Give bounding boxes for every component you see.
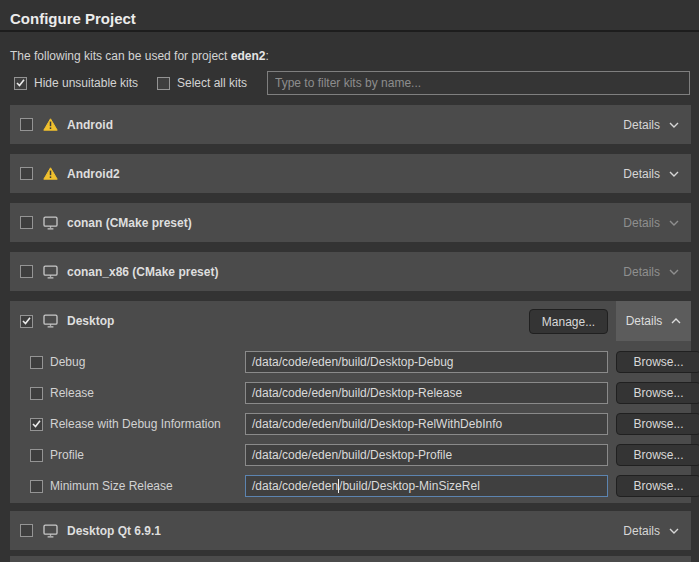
build-config-row-profile: Profile/data/code/eden/build/Desktop-Pro… <box>20 444 691 466</box>
details-label: Details <box>623 524 660 538</box>
chevron-down-icon <box>669 220 679 226</box>
kit-row-android2: Android2Details <box>10 154 691 193</box>
chevron-down-icon <box>669 171 679 177</box>
kit-row-conan-cmake-preset: conan (CMake preset)Details <box>10 203 691 242</box>
kits-intro-prefix: The following kits can be used for proje… <box>10 49 231 63</box>
kit-name: Desktop Qt 6.9.1 <box>67 524 161 538</box>
browse-button-profile[interactable]: Browse... <box>616 444 699 466</box>
browse-button-minimum-size-release[interactable]: Browse... <box>616 475 699 497</box>
kit-name: Android2 <box>67 167 120 181</box>
details-button-desktop[interactable]: Details <box>616 301 691 341</box>
check-mark-icon <box>16 79 25 87</box>
kit-row-android: AndroidDetails <box>10 105 691 144</box>
details-label: Details <box>623 167 660 181</box>
build-dir-input-profile[interactable]: /data/code/eden/build/Desktop-Profile <box>245 444 608 466</box>
desktop-icon <box>42 265 58 279</box>
hide-unsuitable-kits-group: Hide unsuitable kits <box>14 71 138 95</box>
check-mark-icon <box>22 317 31 325</box>
kit-row-desktop: DesktopManage...Details <box>10 301 691 341</box>
kit-checkbox-conan-cmake-preset[interactable] <box>20 216 33 229</box>
select-all-kits-label: Select all kits <box>177 76 247 90</box>
build-config-checkbox-debug[interactable] <box>30 356 43 369</box>
title-separator <box>0 30 699 32</box>
path-text-after-caret: /build/Desktop-MinSizeRel <box>339 479 480 493</box>
chevron-down-icon <box>669 269 679 275</box>
kit-checkbox-desktop[interactable] <box>20 315 33 328</box>
details-button-android[interactable]: Details <box>623 118 679 132</box>
kit-name: Desktop <box>67 314 114 328</box>
build-config-row-release: Release/data/code/eden/build/Desktop-Rel… <box>20 382 691 404</box>
build-config-row-debug: Debug/data/code/eden/build/Desktop-Debug… <box>20 351 691 373</box>
page-title: Configure Project <box>10 10 136 27</box>
chevron-down-icon <box>669 122 679 128</box>
build-config-label: Release with Debug Information <box>50 417 221 431</box>
build-config-label: Profile <box>50 448 84 462</box>
build-config-label: Debug <box>50 355 85 369</box>
details-label: Details <box>626 314 663 328</box>
kit-panel-desktop: DesktopManage...DetailsDebug/data/code/e… <box>10 301 691 503</box>
kit-row-desktop-qt-6-9-1: Desktop Qt 6.9.1Details <box>10 511 691 550</box>
kit-row-partial <box>10 556 691 562</box>
kit-checkbox-android[interactable] <box>20 118 33 131</box>
kit-filter-input[interactable] <box>267 71 690 95</box>
build-config-left: Release with Debug Information <box>30 413 221 435</box>
details-button-android2[interactable]: Details <box>623 167 679 181</box>
build-dir-input-release-with-debug-information[interactable]: /data/code/eden/build/Desktop-RelWithDeb… <box>245 413 608 435</box>
build-dir-input-minimum-size-release[interactable]: /data/code/eden/build/Desktop-MinSizeRel <box>245 475 608 497</box>
path-text-before-caret: /data/code/eden <box>252 479 338 493</box>
build-config-left: Minimum Size Release <box>30 475 173 497</box>
desktop-icon <box>42 524 58 538</box>
configure-project-page: { "page": { "title": "Configure Project"… <box>0 0 699 562</box>
build-config-checkbox-profile[interactable] <box>30 449 43 462</box>
details-label: Details <box>623 118 660 132</box>
browse-button-debug[interactable]: Browse... <box>616 351 699 373</box>
build-config-left: Profile <box>30 444 84 466</box>
path-text: /data/code/eden/build/Desktop-Debug <box>252 355 453 369</box>
browse-button-release-with-debug-information[interactable]: Browse... <box>616 413 699 435</box>
kit-row-conan-x86-cmake-preset: conan_x86 (CMake preset)Details <box>10 252 691 291</box>
select-all-kits-group: Select all kits <box>157 71 247 95</box>
details-label: Details <box>623 265 660 279</box>
details-label: Details <box>623 216 660 230</box>
project-name: eden2 <box>231 49 266 63</box>
build-config-checkbox-release-with-debug-information[interactable] <box>30 418 43 431</box>
manage-button[interactable]: Manage... <box>529 309 608 334</box>
build-config-row-release-with-debug-information: Release with Debug Information/data/code… <box>20 413 691 435</box>
desktop-icon <box>42 216 58 230</box>
kit-name: conan (CMake preset) <box>67 216 192 230</box>
warning-icon <box>42 118 58 131</box>
browse-button-release[interactable]: Browse... <box>616 382 699 404</box>
details-button-conan-cmake-preset[interactable]: Details <box>623 216 679 230</box>
details-button-desktop-qt-6-9-1[interactable]: Details <box>623 524 679 538</box>
build-config-checkbox-minimum-size-release[interactable] <box>30 480 43 493</box>
kits-intro-suffix: : <box>265 49 268 63</box>
kit-checkbox-conan-x86-cmake-preset[interactable] <box>20 265 33 278</box>
chevron-down-icon <box>669 528 679 534</box>
build-config-left: Release <box>30 382 94 404</box>
build-config-row-minimum-size-release: Minimum Size Release/data/code/eden/buil… <box>20 475 691 497</box>
kits-intro-text: The following kits can be used for proje… <box>10 49 269 63</box>
desktop-icon <box>42 314 58 328</box>
path-text: /data/code/eden/build/Desktop-Release <box>252 386 462 400</box>
kit-checkbox-desktop-qt-6-9-1[interactable] <box>20 524 33 537</box>
build-config-label: Release <box>50 386 94 400</box>
path-text: /data/code/eden/build/Desktop-RelWithDeb… <box>252 417 502 431</box>
build-config-left: Debug <box>30 351 85 373</box>
kit-name: Android <box>67 118 113 132</box>
build-config-checkbox-release[interactable] <box>30 387 43 400</box>
check-mark-icon <box>32 420 41 428</box>
build-dir-input-release[interactable]: /data/code/eden/build/Desktop-Release <box>245 382 608 404</box>
hide-unsuitable-kits-label: Hide unsuitable kits <box>34 76 138 90</box>
build-dir-input-debug[interactable]: /data/code/eden/build/Desktop-Debug <box>245 351 608 373</box>
kit-list: AndroidDetailsAndroid2Detailsconan (CMak… <box>10 105 691 562</box>
select-all-kits-checkbox[interactable] <box>157 77 170 90</box>
details-button-conan-x86-cmake-preset[interactable]: Details <box>623 265 679 279</box>
kit-name: conan_x86 (CMake preset) <box>67 265 218 279</box>
kit-checkbox-android2[interactable] <box>20 167 33 180</box>
chevron-up-icon <box>671 318 681 324</box>
hide-unsuitable-kits-checkbox[interactable] <box>14 77 27 90</box>
build-config-label: Minimum Size Release <box>50 479 173 493</box>
path-text: /data/code/eden/build/Desktop-Profile <box>252 448 452 462</box>
warning-icon <box>42 167 58 180</box>
